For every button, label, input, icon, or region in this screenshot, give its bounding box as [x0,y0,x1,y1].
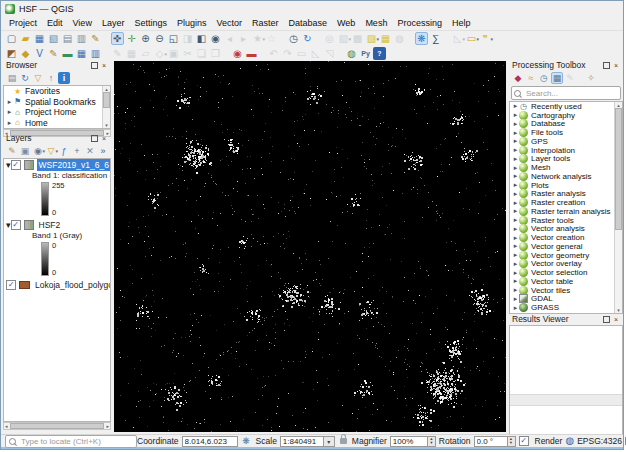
zoom-to-layer-icon[interactable]: ◧ [195,32,208,45]
plugin-red-1-icon[interactable]: ◉ [231,47,244,60]
grass-tools-icon[interactable]: ◍ [345,47,358,60]
expand-arrow-icon[interactable]: ▸ [512,225,519,233]
options-icon[interactable]: ❋ [415,32,428,45]
processing-group-gps[interactable]: ▸GPS [510,137,622,146]
zoom-full-icon[interactable]: ◱ [167,32,180,45]
crs-status[interactable]: EPSG:4326 [577,436,622,446]
expand-arrow-icon[interactable]: ▸ [512,260,519,268]
python-console-icon[interactable]: Py [359,47,372,60]
magnifier-input[interactable] [390,436,428,447]
layout-manager-icon[interactable]: ▥ [75,32,88,45]
processing-group-interpolation[interactable]: ▸Interpolation [510,146,622,155]
expand-arrow-icon[interactable]: ▸ [6,98,13,106]
select-by-expression-icon[interactable]: ▨▾ [365,32,378,45]
expand-arrow-icon[interactable]: ▸ [512,234,519,242]
processing-group-vector-creation[interactable]: ▸Vector creation [510,233,622,242]
browser-item-favorites[interactable]: ★Favorites [4,86,110,97]
expand-arrow-icon[interactable]: ▸ [512,120,519,128]
results-close-button[interactable]: × [612,315,620,323]
map-tips-icon[interactable]: ▭▾ [465,32,478,45]
open-project-icon[interactable]: ▰ [19,32,32,45]
processing-group-database[interactable]: ▸Database [510,120,622,129]
processing-results-viewer-icon[interactable]: ▦ [551,72,563,84]
expand-arrow-icon[interactable]: ▸ [512,164,519,172]
browser-collapse-all-icon[interactable]: ↑ [45,72,57,84]
pan-map-icon[interactable]: ✜ [111,32,124,45]
expand-arrow-icon[interactable]: ▸ [512,102,519,110]
statistical-summary-icon[interactable]: ∑ [429,32,442,45]
layers-close-button[interactable]: × [100,134,108,142]
processing-float-button[interactable] [602,61,610,69]
annotations-icon[interactable]: ❞▾ [479,32,492,45]
processing-group-network-analysis[interactable]: ▸Network analysis [510,172,622,181]
crs-globe-icon[interactable]: ◍ [565,436,574,446]
menu-database[interactable]: Database [284,18,333,28]
menu-vector[interactable]: Vector [211,18,247,28]
expand-arrow-icon[interactable]: ▸ [512,242,519,250]
layer-item-HSF2[interactable]: ▾✓HSF2 [4,219,110,231]
layer-item-Lokoja_flood_polygon[interactable]: ✓Lokoja_flood_polygon [4,279,110,291]
menu-project[interactable]: Project [4,18,42,28]
browser-float-button[interactable] [90,61,98,69]
processing-search-input[interactable] [524,88,626,99]
processing-group-vector-selection[interactable]: ▸Vector selection [510,268,622,277]
open-attribute-table-icon[interactable]: ▦ [379,32,392,45]
browser-vertical-scrollbar[interactable]: ▴▾ [102,86,110,128]
processing-vertical-scrollbar[interactable]: ▴▾ [614,102,622,313]
menu-mesh[interactable]: Mesh [360,18,392,28]
expand-arrow-icon[interactable]: ▸ [512,155,519,163]
expand-arrow-icon[interactable]: ▸ [512,172,519,180]
expand-arrow-icon[interactable]: ▸ [512,269,519,277]
annotations-dropdown-icon[interactable]: ▾ [490,33,493,46]
zoom-out-icon[interactable]: ⊖ [153,32,166,45]
expand-arrow-icon[interactable]: ▸ [512,146,519,154]
refresh-map-icon[interactable]: ↻ [301,32,314,45]
processing-close-button[interactable]: × [612,61,620,69]
processing-group-file-tools[interactable]: ▸File tools [510,128,622,137]
help-contents-icon[interactable]: ? [373,47,386,60]
results-float-button[interactable] [602,315,610,323]
expand-arrow-icon[interactable]: ▸ [512,295,519,303]
pan-to-selection-icon[interactable]: ✛ [125,32,138,45]
processing-group-raster-tools[interactable]: ▸Raster tools [510,216,622,225]
expand-arrow-icon[interactable]: ▸ [512,181,519,189]
layer-visibility-checkbox[interactable]: ✓ [6,280,16,290]
browser-add-directory-icon[interactable]: ▤ [6,72,18,84]
processing-models-icon[interactable]: ◆ [512,72,524,84]
processing-group-grass[interactable]: ▸GRASS [510,303,622,312]
temporal-controller-icon[interactable]: ◷ [287,32,300,45]
layer-visibility-checkbox[interactable]: ✓ [11,220,21,230]
processing-group-raster-creation[interactable]: ▸Raster creation [510,198,622,207]
filter-by-expression-icon[interactable]: ƒ [58,145,70,157]
processing-group-vector-tiles[interactable]: ▸Vector tiles [510,286,622,295]
menu-settings[interactable]: Settings [129,18,172,28]
map-canvas[interactable] [114,61,506,432]
new-print-layout-icon[interactable]: ▤ [61,32,74,45]
expand-arrow-icon[interactable]: ▸ [512,207,519,215]
zoom-in-icon[interactable]: ⊕ [139,32,152,45]
processing-group-layer-tools[interactable]: ▸Layer tools [510,155,622,164]
browser-item-spatial-bookmarks[interactable]: ▸⚑Spatial Bookmarks [4,97,110,108]
expand-arrow-icon[interactable]: ▸ [6,119,13,127]
lock-scale-icon[interactable] [340,438,347,444]
layers-float-button[interactable] [90,134,98,142]
expand-arrow-icon[interactable]: ▸ [512,216,519,224]
remove-layer-icon[interactable]: ✕ [84,145,96,157]
layer-visibility-checkbox[interactable]: ✓ [11,160,21,170]
processing-group-vector-overlay[interactable]: ▸Vector overlay [510,260,622,269]
menu-help[interactable]: Help [447,18,476,28]
zoom-native-icon[interactable]: ◉ [209,32,222,45]
menu-web[interactable]: Web [332,18,360,28]
menu-view[interactable]: View [68,18,97,28]
manage-map-themes-icon[interactable]: ◉▾ [32,145,44,157]
expand-arrow-icon[interactable]: ▸ [512,199,519,207]
processing-group-plots[interactable]: ▸Plots [510,181,622,190]
processing-group-vector-table[interactable]: ▸Vector table [510,277,622,286]
menu-plugins[interactable]: Plugins [172,18,212,28]
scale-input[interactable] [280,436,324,447]
processing-group-cartography[interactable]: ▸Cartography [510,111,622,120]
rotation-spinner[interactable]: ▴▾ [508,436,516,447]
locator-input[interactable] [19,436,133,447]
new-project-icon[interactable]: ▢ [5,32,18,45]
expand-arrow-icon[interactable]: ▸ [512,304,519,312]
